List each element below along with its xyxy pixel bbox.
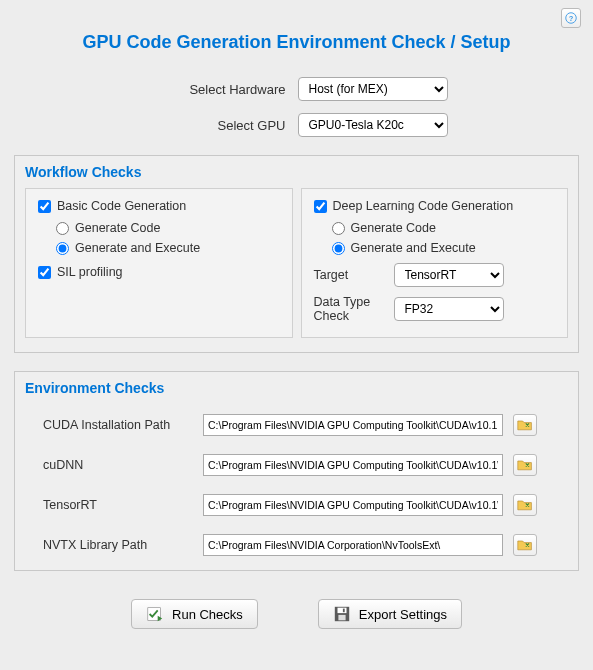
gpu-label: Select GPU (146, 118, 286, 133)
svg-rect-5 (337, 608, 346, 613)
cuda-browse-button[interactable] (513, 414, 537, 436)
basic-codegen-label: Basic Code Generation (57, 199, 186, 213)
run-checks-label: Run Checks (172, 607, 243, 622)
deep-learning-label: Deep Learning Code Generation (333, 199, 514, 213)
basic-gen-code-label: Generate Code (75, 221, 160, 235)
workflow-panel: Workflow Checks Basic Code Generation Ge… (14, 155, 579, 353)
cudnn-path-input[interactable] (203, 454, 503, 476)
nvtx-path-input[interactable] (203, 534, 503, 556)
folder-icon (517, 458, 533, 472)
run-checks-button[interactable]: Run Checks (131, 599, 258, 629)
cudnn-browse-button[interactable] (513, 454, 537, 476)
basic-gen-exec-label: Generate and Execute (75, 241, 200, 255)
tensorrt-browse-button[interactable] (513, 494, 537, 516)
basic-gen-exec-radio[interactable] (56, 242, 69, 255)
hardware-label: Select Hardware (146, 82, 286, 97)
folder-icon (517, 498, 533, 512)
deep-learning-box: Deep Learning Code Generation Generate C… (301, 188, 569, 338)
env-panel: Environment Checks CUDA Installation Pat… (14, 371, 579, 571)
deep-gen-exec-label: Generate and Execute (351, 241, 476, 255)
basic-codegen-box: Basic Code Generation Generate Code Gene… (25, 188, 293, 338)
page-title: GPU Code Generation Environment Check / … (0, 0, 593, 71)
export-settings-label: Export Settings (359, 607, 447, 622)
save-icon (333, 605, 351, 623)
target-label: Target (314, 268, 386, 282)
nvtx-browse-button[interactable] (513, 534, 537, 556)
export-settings-button[interactable]: Export Settings (318, 599, 462, 629)
run-icon (146, 605, 164, 623)
help-button[interactable]: ? (561, 8, 581, 28)
sil-profiling-label: SIL profiling (57, 265, 123, 279)
folder-icon (517, 538, 533, 552)
tensorrt-path-input[interactable] (203, 494, 503, 516)
cuda-path-input[interactable] (203, 414, 503, 436)
deep-learning-checkbox[interactable] (314, 200, 327, 213)
basic-codegen-checkbox[interactable] (38, 200, 51, 213)
cudnn-label: cuDNN (43, 458, 193, 472)
svg-rect-6 (338, 615, 345, 620)
sil-profiling-checkbox[interactable] (38, 266, 51, 279)
target-select[interactable]: TensorRT (394, 263, 504, 287)
tensorrt-label: TensorRT (43, 498, 193, 512)
basic-gen-code-radio[interactable] (56, 222, 69, 235)
workflow-title: Workflow Checks (25, 164, 568, 180)
deep-gen-code-radio[interactable] (332, 222, 345, 235)
nvtx-label: NVTX Library Path (43, 538, 193, 552)
deep-gen-exec-radio[interactable] (332, 242, 345, 255)
dtype-select[interactable]: FP32 (394, 297, 504, 321)
cuda-label: CUDA Installation Path (43, 418, 193, 432)
help-icon: ? (565, 12, 577, 24)
deep-gen-code-label: Generate Code (351, 221, 436, 235)
dtype-label: Data Type Check (314, 295, 386, 323)
svg-text:?: ? (569, 14, 574, 23)
env-title: Environment Checks (25, 380, 568, 396)
svg-rect-7 (343, 609, 345, 613)
gpu-select[interactable]: GPU0-Tesla K20c (298, 113, 448, 137)
hardware-select[interactable]: Host (for MEX) (298, 77, 448, 101)
folder-icon (517, 418, 533, 432)
